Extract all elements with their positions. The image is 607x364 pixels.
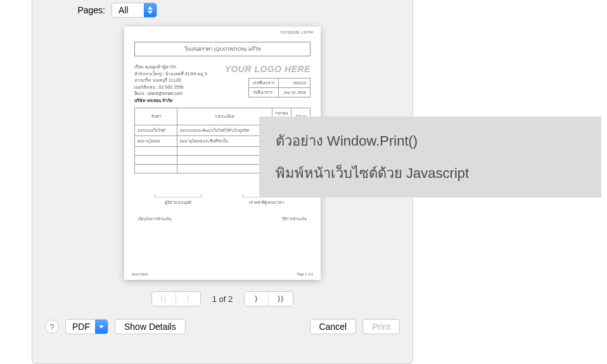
cond-right: วิธีการชำระเงิน [282,216,307,222]
updown-icon [144,3,157,17]
sig-label: ผู้มีอำนาจอนุมัติ [155,199,202,206]
cell: ดอยาบุโตเดยและชื่นที่รักเป็น [177,136,272,147]
company-name: บริษัท ทดสอบ จำกัด [134,97,207,104]
logo-placeholder: YOUR LOGO HERE [225,64,310,74]
pager-prev-button[interactable]: ⟨ [176,292,200,306]
addr-line: เบอร์ติดต่อ : 02 962 1556 [134,84,207,91]
chevron-double-left-icon: ⟨⟨ [160,294,167,303]
addr-line: ปากเกร็ด นนทบุรี 11120 [134,77,207,84]
chevron-left-icon: ⟨ [186,294,189,303]
sig-label: เจ้าหน้าที่ผู้เสนอราคา [243,199,290,206]
meta-value: July 15, 2016 [279,88,310,97]
doc-title: ใบเสนอราคา (QUOTATION) แก้ไข [134,42,310,56]
doc-footer-left: about:blank [132,272,148,276]
meta-label: วันที่เอกสาร [249,88,279,97]
pdf-dropdown[interactable]: PDF [65,319,108,334]
show-details-button[interactable]: Show Details [115,319,186,334]
caption-line-2: พิมพ์หน้าเว็บไซต์ด้วย Javascript [276,162,585,184]
addr-line: สำนักงานใหญ่ : บ้านเลขที่ 41/94 หมู่ 6 [134,71,207,78]
pages-row: Pages: All [32,0,412,18]
pager-forward-group: ⟩ ⟩⟩ [244,291,293,306]
pages-label: Pages: [32,5,105,15]
pager-label: 1 of 2 [212,294,233,304]
caption-overlay: ตัวอย่าง Window.Print() พิมพ์หน้าเว็บไซต… [259,116,601,198]
cell: ออกแบบและพัฒนาเว็บไซต์ให้กับโกดูสนิท [177,125,272,136]
meta-value: 000123 [279,78,310,88]
addr-line: เรียน คุณลูกค้าผู้น่ารัก [134,64,207,71]
signature-left: (________________) ผู้มีอำนาจอนุมัติ [155,194,202,206]
meta-label: เลขที่เอกสาร [249,78,279,88]
col-header: สินค้า [135,108,177,125]
chevron-right-icon: ⟩ [255,294,258,303]
pdf-label: PDF [66,320,95,334]
doc-address: เรียน คุณลูกค้าผู้น่ารัก สำนักงานใหญ่ : … [134,64,207,104]
pager: ⟨⟨ ⟨ 1 of 2 ⟩ ⟩⟩ [151,291,294,306]
help-button[interactable]: ? [45,320,59,334]
dialog-buttons: ? PDF Show Details Cancel Print [32,306,412,334]
pager-back-group: ⟨⟨ ⟨ [151,291,201,306]
table-row: เลขที่เอกสาร 000123 [249,78,310,88]
pager-first-button[interactable]: ⟨⟨ [152,292,176,306]
doc-timestamp: 7/27/2016 BE, 1:53 PM [280,30,313,34]
caption-line-1: ตัวอย่าง Window.Print() [276,130,585,152]
addr-line: อีเมล : client@email.com [134,91,207,97]
chevron-down-icon [95,320,108,334]
cell: ดอยาบุโตเดย [135,136,177,147]
pages-select[interactable]: All [112,3,157,18]
col-header: รายละเอียด [177,108,272,125]
doc-footer-right: Page 1 of 2 [297,272,313,276]
table-row: วันที่เอกสาร July 15, 2016 [249,88,310,97]
question-icon: ? [49,322,54,332]
cell: ออกแบบเว็บไซต์ [135,125,177,136]
chevron-double-right-icon: ⟩⟩ [278,294,284,303]
cond-left: เงื่อนไขการชำระเงิน [138,216,171,222]
print-button[interactable]: Print [362,319,400,334]
doc-meta-table: เลขที่เอกสาร 000123 วันที่เอกสาร July 15… [248,78,310,97]
pages-select-value: All [112,3,144,17]
pager-next-button[interactable]: ⟩ [245,292,269,306]
pager-last-button[interactable]: ⟩⟩ [269,292,293,306]
cancel-button[interactable]: Cancel [310,319,357,334]
